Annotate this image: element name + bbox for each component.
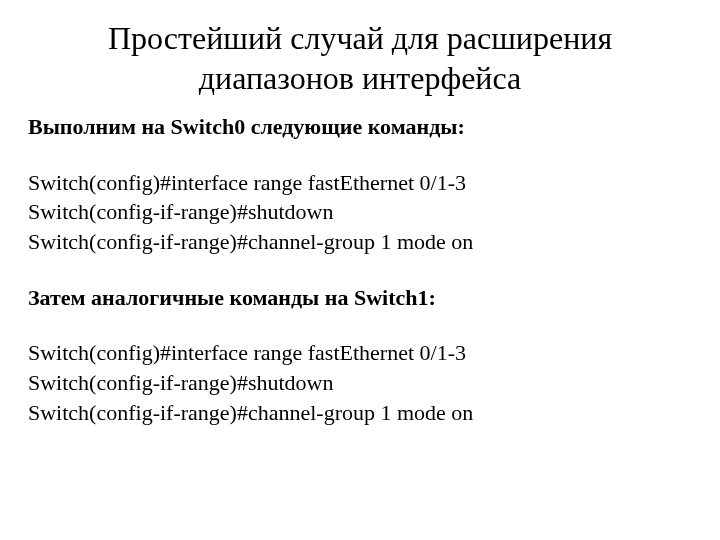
section-1-heading: Выполним на Switch0 следующие команды: <box>28 112 692 142</box>
section-2-heading: Затем аналогичные команды на Switch1: <box>28 283 692 313</box>
command-line: Switch(config)#interface range fastEther… <box>28 338 692 368</box>
section-1: Выполним на Switch0 следующие команды: <box>28 112 692 142</box>
command-line: Switch(config-if-range)#shutdown <box>28 197 692 227</box>
command-line: Switch(config-if-range)#channel-group 1 … <box>28 398 692 428</box>
section-2-commands: Switch(config)#interface range fastEther… <box>28 338 692 427</box>
command-line: Switch(config)#interface range fastEther… <box>28 168 692 198</box>
command-line: Switch(config-if-range)#shutdown <box>28 368 692 398</box>
slide-body: Выполним на Switch0 следующие команды: S… <box>28 112 692 428</box>
section-1-commands: Switch(config)#interface range fastEther… <box>28 168 692 257</box>
title-line-1: Простейший случай для расширения <box>108 20 612 56</box>
title-line-2: диапазонов интерфейса <box>199 60 522 96</box>
command-line: Switch(config-if-range)#channel-group 1 … <box>28 227 692 257</box>
slide-title: Простейший случай для расширения диапазо… <box>28 18 692 98</box>
section-2: Затем аналогичные команды на Switch1: <box>28 283 692 313</box>
